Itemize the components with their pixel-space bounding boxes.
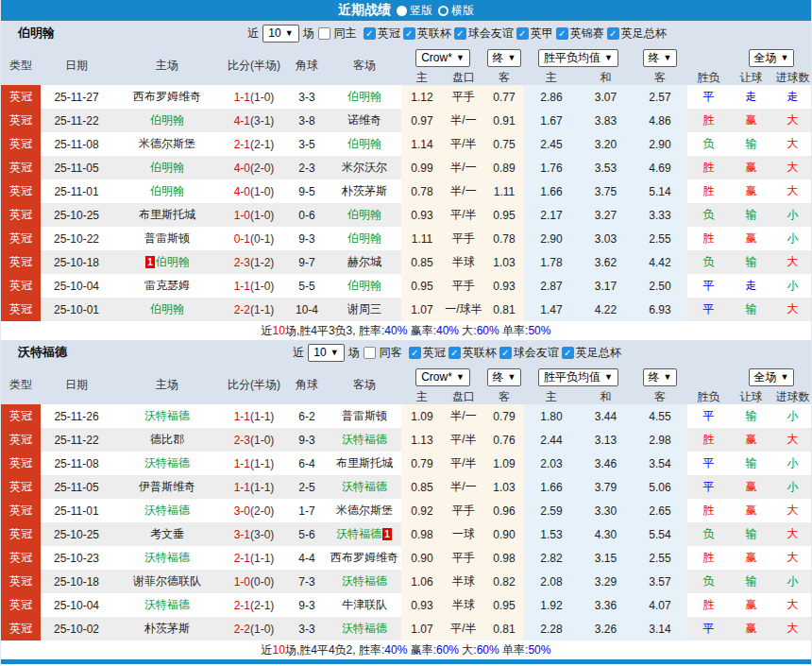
halftime-score: (1-1) [250, 457, 274, 470]
home-team-cell: 沃特福德 [112, 452, 222, 475]
result-text: 平 [703, 621, 715, 637]
summary-text: 60% [477, 643, 499, 657]
summary-text: 60% [477, 324, 499, 337]
odds-state-value: 终 [493, 50, 504, 66]
europe-home-odds-cell: 2.87 [524, 274, 579, 298]
col-date: 日期 [41, 45, 112, 85]
odds-home-cell: 1.11 [401, 227, 443, 250]
result-handicap-cell: 输 [730, 132, 772, 156]
match-count-value: 10 [268, 26, 280, 40]
league-checkbox[interactable]: ✓ [607, 27, 619, 40]
handicap-cell: 平手 [443, 499, 484, 522]
fulltime-score: 3-0 [234, 504, 250, 518]
chevron-down-icon: ▼ [456, 53, 465, 62]
europe-draw-odds-cell: 3.62 [579, 250, 633, 274]
europe-draw-odds-cell: 3.26 [579, 617, 633, 640]
result-text: 胜 [703, 231, 715, 247]
league-checkbox[interactable]: ✓ [403, 27, 415, 40]
chevron-down-icon: ▼ [508, 53, 516, 62]
corner-cell: 9-3 [286, 227, 328, 250]
odds-company-select[interactable]: Crow*▼ [415, 368, 470, 386]
summary-text: 40% [436, 324, 459, 337]
odds-home-cell: 0.90 [401, 546, 443, 570]
away-team-cell: 西布罗姆维奇 [328, 546, 401, 570]
result-handicap-cell: 赢 [730, 593, 772, 617]
layout-radio-horizontal[interactable]: 横版 [438, 3, 474, 19]
league-badge: 英冠 [1, 522, 41, 546]
handicap-cell: 半/一 [443, 179, 484, 203]
result-text: 输 [746, 573, 757, 589]
handicap-cell: 半球 [443, 593, 484, 617]
odds-home-cell: 0.92 [401, 499, 443, 522]
fulltime-score: 2-2 [234, 623, 250, 636]
match-count-select[interactable]: 10▼ [262, 25, 298, 43]
odds-away-cell: 0.91 [484, 109, 524, 132]
odds-state-select[interactable]: 终▼ [487, 49, 522, 67]
odds-away-cell: 1.03 [484, 250, 524, 274]
summary-text: 50% [528, 324, 550, 337]
result-text: 大 [787, 136, 799, 152]
league-badge: 英冠 [1, 298, 41, 321]
score-cell: 2-1(2-1) [222, 593, 286, 617]
near-label: 近 [293, 345, 304, 361]
league-checkbox[interactable]: ✓ [562, 347, 574, 359]
corner-cell: 10-4 [286, 298, 328, 321]
score-cell: 3-1(3-0) [222, 522, 286, 546]
summary-text: 近 [262, 642, 273, 658]
league-checkbox[interactable]: ✓ [409, 347, 421, 359]
scope-select[interactable]: 全场▼ [749, 49, 795, 67]
odds-home-cell: 1.14 [401, 132, 443, 156]
team-name-text: 伯明翰 [150, 301, 184, 317]
team-name-text: 谢菲尔德联队 [133, 573, 201, 589]
europe-draw-odds-cell: 3.30 [579, 499, 633, 522]
europe-odds-select[interactable]: 胜平负均值▼ [538, 49, 618, 67]
europe-state-select[interactable]: 终▼ [643, 49, 678, 67]
odds-company-select[interactable]: Crow*▼ [415, 49, 470, 67]
result-goals-cell: 大 [772, 132, 812, 156]
fulltime-score: 2-1 [234, 138, 250, 151]
result-text: 大 [787, 526, 799, 542]
same-venue-checkbox[interactable] [318, 27, 330, 40]
odds-away-cell: 1.03 [484, 475, 524, 499]
layout-radio-vertical[interactable]: 竖版 [397, 3, 432, 19]
europe-home-odds-cell: 2.90 [524, 227, 579, 250]
result-text: 赢 [746, 479, 757, 495]
league-filter-item: ✓英联杯 [448, 345, 497, 361]
league-checkbox[interactable]: ✓ [448, 347, 461, 359]
league-badge: 英冠 [1, 227, 41, 250]
same-venue-checkbox[interactable] [364, 347, 376, 359]
result-goals-cell: 大 [772, 109, 812, 132]
result-goals-cell: 大 [772, 546, 812, 570]
halftime-score: (2-1) [250, 599, 274, 612]
fulltime-score: 2-3 [234, 256, 250, 269]
league-badge: 英冠 [1, 593, 41, 617]
europe-state-select[interactable]: 终▼ [643, 368, 678, 386]
league-checkbox[interactable]: ✓ [454, 27, 466, 40]
games-label: 场 [303, 26, 314, 42]
result-wdl-cell: 负 [687, 203, 730, 227]
date-cell: 25-11-22 [41, 109, 112, 132]
fulltime-score: 2-3 [234, 434, 250, 447]
odds-state-select[interactable]: 终▼ [487, 368, 522, 386]
scope-select[interactable]: 全场▼ [749, 368, 795, 386]
table-header: 类型 日期 主场 比分(半场) 角球 客场 Crow*▼ 终▼ 胜平负均值▼ 终… [1, 45, 811, 85]
radio-icon[interactable] [397, 6, 407, 16]
league-checkbox[interactable]: ✓ [364, 27, 376, 40]
result-goals-cell: 大 [772, 428, 812, 452]
europe-draw-odds-cell: 3.44 [579, 404, 633, 428]
date-cell: 25-10-18 [41, 250, 112, 274]
league-checkbox[interactable]: ✓ [499, 347, 512, 359]
europe-home-odds-cell: 1.66 [524, 475, 579, 499]
score-cell: 3-0(2-0) [222, 499, 286, 522]
result-text: 输 [746, 301, 757, 317]
fulltime-score: 3-1 [234, 528, 250, 541]
result-text: 胜 [703, 160, 715, 176]
sub-col: 主 [401, 70, 443, 85]
result-wdl-cell: 胜 [687, 179, 730, 203]
league-filter-item: ✓英冠 [409, 345, 446, 361]
league-checkbox[interactable]: ✓ [556, 27, 568, 40]
europe-odds-select[interactable]: 胜平负均值▼ [538, 368, 618, 386]
league-checkbox[interactable]: ✓ [516, 27, 529, 40]
radio-icon[interactable] [438, 6, 448, 16]
match-count-select[interactable]: 10▼ [308, 344, 344, 362]
